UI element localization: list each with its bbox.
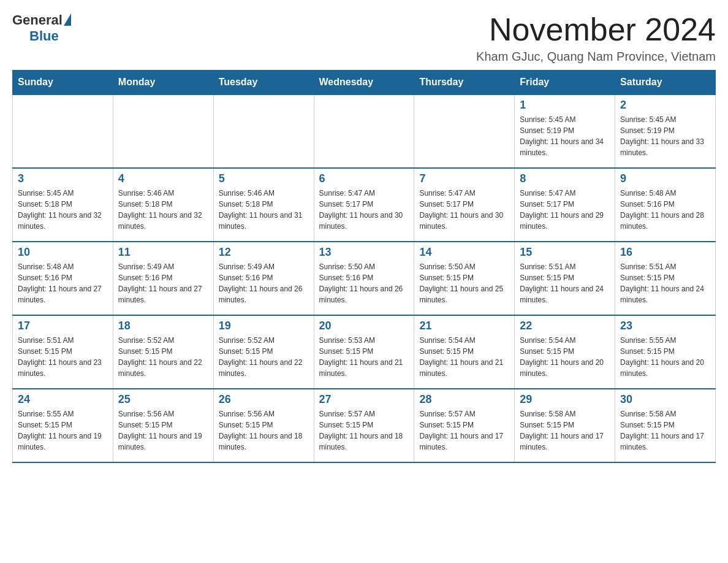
calendar-cell: 2Sunrise: 5:45 AM Sunset: 5:19 PM Daylig… [615, 94, 716, 168]
calendar-cell [213, 94, 314, 168]
day-info: Sunrise: 5:52 AM Sunset: 5:15 PM Dayligh… [219, 335, 309, 379]
day-info: Sunrise: 5:45 AM Sunset: 5:18 PM Dayligh… [18, 188, 108, 232]
day-number: 13 [319, 246, 409, 259]
calendar-header-tuesday: Tuesday [213, 71, 314, 95]
day-number: 4 [118, 172, 208, 185]
day-number: 17 [18, 320, 108, 332]
day-number: 19 [219, 320, 309, 332]
day-info: Sunrise: 5:51 AM Sunset: 5:15 PM Dayligh… [520, 261, 610, 305]
day-number: 23 [620, 320, 710, 332]
calendar-cell: 8Sunrise: 5:47 AM Sunset: 5:17 PM Daylig… [515, 168, 615, 242]
calendar-week-row: 24Sunrise: 5:55 AM Sunset: 5:15 PM Dayli… [13, 389, 716, 462]
day-number: 3 [18, 172, 108, 185]
day-info: Sunrise: 5:45 AM Sunset: 5:19 PM Dayligh… [520, 114, 610, 158]
day-info: Sunrise: 5:47 AM Sunset: 5:17 PM Dayligh… [319, 188, 409, 232]
calendar-header-saturday: Saturday [615, 71, 716, 95]
title-block: November 2024 Kham GJuc, Quang Nam Provi… [476, 12, 716, 64]
calendar-cell: 10Sunrise: 5:48 AM Sunset: 5:16 PM Dayli… [13, 242, 113, 315]
calendar-header-friday: Friday [515, 71, 615, 95]
calendar-header-wednesday: Wednesday [314, 71, 414, 95]
day-number: 29 [520, 393, 610, 406]
calendar-cell: 11Sunrise: 5:49 AM Sunset: 5:16 PM Dayli… [113, 242, 213, 315]
logo: General Blue [12, 12, 71, 44]
calendar-cell: 12Sunrise: 5:49 AM Sunset: 5:16 PM Dayli… [213, 242, 314, 315]
calendar-cell: 17Sunrise: 5:51 AM Sunset: 5:15 PM Dayli… [13, 315, 113, 389]
calendar-cell: 27Sunrise: 5:57 AM Sunset: 5:15 PM Dayli… [314, 389, 414, 462]
day-info: Sunrise: 5:55 AM Sunset: 5:15 PM Dayligh… [620, 335, 710, 379]
calendar-week-row: 17Sunrise: 5:51 AM Sunset: 5:15 PM Dayli… [13, 315, 716, 389]
logo-blue-text: Blue [29, 28, 59, 44]
calendar-cell: 20Sunrise: 5:53 AM Sunset: 5:15 PM Dayli… [314, 315, 414, 389]
calendar-cell [414, 94, 515, 168]
day-info: Sunrise: 5:54 AM Sunset: 5:15 PM Dayligh… [419, 335, 509, 379]
calendar-header-sunday: Sunday [13, 71, 113, 95]
calendar-cell: 13Sunrise: 5:50 AM Sunset: 5:16 PM Dayli… [314, 242, 414, 315]
calendar-cell: 29Sunrise: 5:58 AM Sunset: 5:15 PM Dayli… [515, 389, 615, 462]
day-number: 12 [219, 246, 309, 259]
calendar-cell: 21Sunrise: 5:54 AM Sunset: 5:15 PM Dayli… [414, 315, 515, 389]
calendar-cell: 22Sunrise: 5:54 AM Sunset: 5:15 PM Dayli… [515, 315, 615, 389]
day-info: Sunrise: 5:53 AM Sunset: 5:15 PM Dayligh… [319, 335, 409, 379]
calendar-week-row: 3Sunrise: 5:45 AM Sunset: 5:18 PM Daylig… [13, 168, 716, 242]
day-info: Sunrise: 5:54 AM Sunset: 5:15 PM Dayligh… [520, 335, 610, 379]
calendar-table: SundayMondayTuesdayWednesdayThursdayFrid… [12, 70, 716, 463]
calendar-cell: 19Sunrise: 5:52 AM Sunset: 5:15 PM Dayli… [213, 315, 314, 389]
day-number: 6 [319, 172, 409, 185]
calendar-cell: 30Sunrise: 5:58 AM Sunset: 5:15 PM Dayli… [615, 389, 716, 462]
day-info: Sunrise: 5:51 AM Sunset: 5:15 PM Dayligh… [18, 335, 108, 379]
day-number: 5 [219, 172, 309, 185]
day-number: 26 [219, 393, 309, 406]
day-number: 7 [419, 172, 509, 185]
calendar-week-row: 10Sunrise: 5:48 AM Sunset: 5:16 PM Dayli… [13, 242, 716, 315]
day-number: 28 [419, 393, 509, 406]
day-info: Sunrise: 5:46 AM Sunset: 5:18 PM Dayligh… [118, 188, 208, 232]
calendar-header-row: SundayMondayTuesdayWednesdayThursdayFrid… [13, 71, 716, 95]
day-info: Sunrise: 5:47 AM Sunset: 5:17 PM Dayligh… [419, 188, 509, 232]
day-info: Sunrise: 5:49 AM Sunset: 5:16 PM Dayligh… [118, 261, 208, 305]
calendar-cell: 15Sunrise: 5:51 AM Sunset: 5:15 PM Dayli… [515, 242, 615, 315]
day-info: Sunrise: 5:48 AM Sunset: 5:16 PM Dayligh… [620, 188, 710, 232]
calendar-cell: 5Sunrise: 5:46 AM Sunset: 5:18 PM Daylig… [213, 168, 314, 242]
calendar-cell [13, 94, 113, 168]
calendar-cell: 23Sunrise: 5:55 AM Sunset: 5:15 PM Dayli… [615, 315, 716, 389]
day-number: 8 [520, 172, 610, 185]
day-info: Sunrise: 5:52 AM Sunset: 5:15 PM Dayligh… [118, 335, 208, 379]
calendar-cell: 14Sunrise: 5:50 AM Sunset: 5:15 PM Dayli… [414, 242, 515, 315]
calendar-cell: 3Sunrise: 5:45 AM Sunset: 5:18 PM Daylig… [13, 168, 113, 242]
calendar-cell: 7Sunrise: 5:47 AM Sunset: 5:17 PM Daylig… [414, 168, 515, 242]
day-info: Sunrise: 5:58 AM Sunset: 5:15 PM Dayligh… [620, 408, 710, 453]
calendar-cell: 26Sunrise: 5:56 AM Sunset: 5:15 PM Dayli… [213, 389, 314, 462]
logo-general-text: General [12, 12, 63, 28]
page-header: General Blue November 2024 Kham GJuc, Qu… [12, 12, 716, 64]
day-number: 27 [319, 393, 409, 406]
day-info: Sunrise: 5:55 AM Sunset: 5:15 PM Dayligh… [18, 408, 108, 453]
day-number: 25 [118, 393, 208, 406]
calendar-header-monday: Monday [113, 71, 213, 95]
logo-triangle-icon [64, 13, 71, 26]
calendar-cell: 6Sunrise: 5:47 AM Sunset: 5:17 PM Daylig… [314, 168, 414, 242]
day-info: Sunrise: 5:50 AM Sunset: 5:15 PM Dayligh… [419, 261, 509, 305]
calendar-cell: 4Sunrise: 5:46 AM Sunset: 5:18 PM Daylig… [113, 168, 213, 242]
calendar-cell: 1Sunrise: 5:45 AM Sunset: 5:19 PM Daylig… [515, 94, 615, 168]
calendar-cell: 25Sunrise: 5:56 AM Sunset: 5:15 PM Dayli… [113, 389, 213, 462]
day-info: Sunrise: 5:57 AM Sunset: 5:15 PM Dayligh… [319, 408, 409, 453]
calendar-cell: 18Sunrise: 5:52 AM Sunset: 5:15 PM Dayli… [113, 315, 213, 389]
day-number: 11 [118, 246, 208, 259]
day-info: Sunrise: 5:49 AM Sunset: 5:16 PM Dayligh… [219, 261, 309, 305]
day-info: Sunrise: 5:45 AM Sunset: 5:19 PM Dayligh… [620, 114, 710, 158]
day-number: 21 [419, 320, 509, 332]
calendar-cell: 16Sunrise: 5:51 AM Sunset: 5:15 PM Dayli… [615, 242, 716, 315]
day-info: Sunrise: 5:56 AM Sunset: 5:15 PM Dayligh… [219, 408, 309, 453]
day-number: 2 [620, 99, 710, 112]
day-number: 24 [18, 393, 108, 406]
day-number: 9 [620, 172, 710, 185]
day-number: 10 [18, 246, 108, 259]
day-number: 14 [419, 246, 509, 259]
day-info: Sunrise: 5:56 AM Sunset: 5:15 PM Dayligh… [118, 408, 208, 453]
day-info: Sunrise: 5:47 AM Sunset: 5:17 PM Dayligh… [520, 188, 610, 232]
day-info: Sunrise: 5:46 AM Sunset: 5:18 PM Dayligh… [219, 188, 309, 232]
day-number: 18 [118, 320, 208, 332]
month-title: November 2024 [476, 12, 716, 47]
location-title: Kham GJuc, Quang Nam Province, Vietnam [476, 50, 716, 64]
day-number: 16 [620, 246, 710, 259]
